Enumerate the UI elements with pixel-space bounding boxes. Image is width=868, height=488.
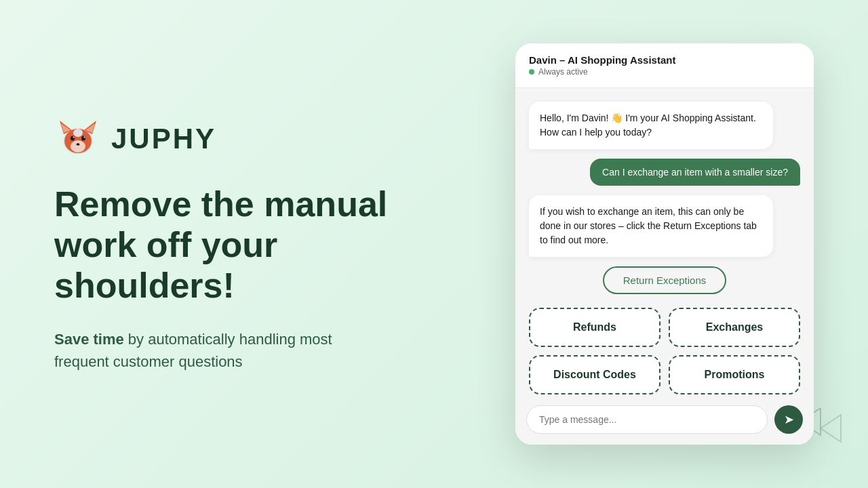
- quick-btn-promotions[interactable]: Promotions: [669, 355, 800, 394]
- send-icon: ➤: [784, 412, 794, 427]
- svg-point-10: [84, 137, 85, 138]
- juphy-logo-icon: [54, 115, 102, 163]
- quick-btn-exchanges[interactable]: Exchanges: [669, 308, 800, 347]
- subtext-bold: Save time: [54, 331, 124, 348]
- svg-point-12: [73, 129, 83, 137]
- agent-name: Davin – AI Shopping Assistant: [529, 54, 800, 66]
- quick-btn-refunds[interactable]: Refunds: [529, 308, 660, 347]
- send-button[interactable]: ➤: [774, 405, 803, 434]
- ai-bubble-1: Hello, I'm Davin! 👋 I'm your AI Shopping…: [529, 102, 773, 149]
- chat-input-area: ➤: [515, 405, 814, 445]
- logo-area: JUPHY: [54, 115, 448, 163]
- svg-point-11: [77, 143, 80, 146]
- brand-name: JUPHY: [111, 123, 216, 155]
- svg-point-7: [71, 136, 75, 141]
- svg-point-9: [73, 137, 75, 138]
- agent-status-row: Always active: [529, 67, 800, 77]
- status-indicator: [529, 69, 534, 75]
- quick-buttons-grid: Refunds Exchanges Discount Codes Promoti…: [515, 308, 814, 405]
- chat-body: Hello, I'm Davin! 👋 I'm your AI Shopping…: [515, 88, 814, 308]
- subtext: Save time by automatically handling most…: [54, 328, 380, 373]
- headline: Remove the manual work off your shoulder…: [54, 184, 420, 306]
- quick-btn-discount-codes[interactable]: Discount Codes: [529, 355, 660, 394]
- chat-header: Davin – AI Shopping Assistant Always act…: [515, 43, 814, 88]
- chat-window: Davin – AI Shopping Assistant Always act…: [515, 43, 814, 445]
- return-exception-button[interactable]: Return Exceptions: [603, 266, 727, 294]
- svg-point-6: [71, 140, 85, 152]
- svg-point-8: [81, 136, 85, 141]
- svg-marker-14: [821, 415, 841, 442]
- user-bubble: Can I exchange an item with a smaller si…: [590, 159, 800, 186]
- message-input[interactable]: [526, 405, 768, 434]
- ai-bubble-2: If you wish to exchange an item, this ca…: [529, 195, 773, 257]
- left-panel: JUPHY Remove the manual work off your sh…: [0, 75, 488, 413]
- right-panel: Davin – AI Shopping Assistant Always act…: [488, 16, 868, 472]
- status-label: Always active: [538, 67, 588, 77]
